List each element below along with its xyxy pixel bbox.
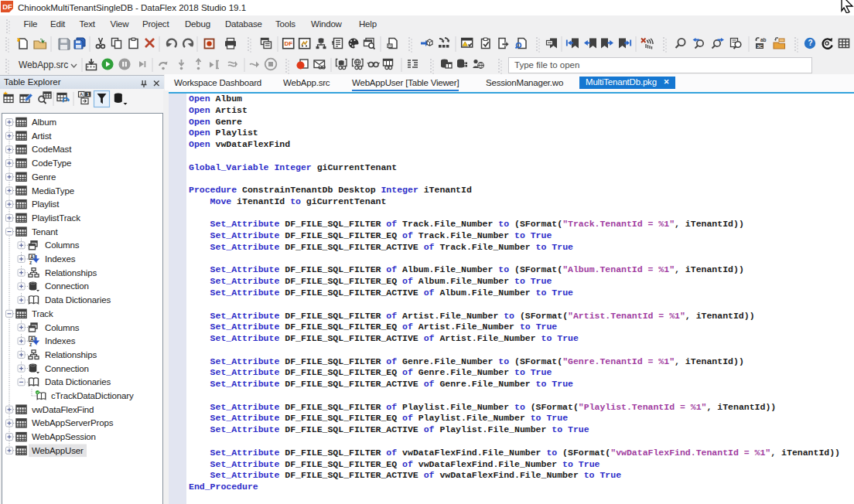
- svg-text:Relationships: Relationships: [45, 350, 97, 359]
- svg-text:CodeType: CodeType: [32, 158, 71, 168]
- svg-text:Relationships: Relationships: [45, 268, 97, 278]
- svg-text:Tenant: Tenant: [32, 227, 59, 237]
- svg-text:DF: DF: [285, 40, 293, 47]
- svg-text:WebAppSession: WebAppSession: [32, 432, 96, 441]
- svg-text:Columns: Columns: [45, 323, 80, 332]
- svg-text:ab: ab: [760, 37, 767, 43]
- svg-text:Genre: Genre: [32, 172, 56, 182]
- svg-text:PlaylistTrack: PlaylistTrack: [32, 213, 80, 223]
- svg-text:Indexes: Indexes: [45, 336, 76, 346]
- svg-text:WebAppServerProps: WebAppServerProps: [32, 418, 114, 427]
- svg-text:cTrackDataDictionary: cTrackDataDictionary: [51, 391, 134, 400]
- svg-text:Connection: Connection: [45, 364, 89, 373]
- svg-text:Indexes: Indexes: [45, 254, 76, 264]
- svg-text:?: ?: [808, 39, 812, 47]
- svg-text:Columns: Columns: [45, 240, 80, 250]
- svg-text:Artist: Artist: [32, 131, 52, 141]
- svg-text:vwDataFlexFind: vwDataFlexFind: [32, 405, 94, 414]
- svg-text:3C: 3C: [757, 44, 763, 49]
- svg-text:Track: Track: [32, 309, 53, 318]
- svg-text:Playlist: Playlist: [32, 199, 60, 209]
- svg-text:Data Dictionaries: Data Dictionaries: [45, 377, 111, 387]
- svg-text:Connection: Connection: [45, 281, 89, 291]
- svg-text:Data Dictionaries: Data Dictionaries: [45, 295, 111, 305]
- svg-text:CodeMast: CodeMast: [32, 145, 72, 154]
- svg-text:MediaType: MediaType: [32, 186, 74, 196]
- svg-text:WebAppUser: WebAppUser: [32, 446, 84, 455]
- svg-text:Album: Album: [32, 117, 56, 127]
